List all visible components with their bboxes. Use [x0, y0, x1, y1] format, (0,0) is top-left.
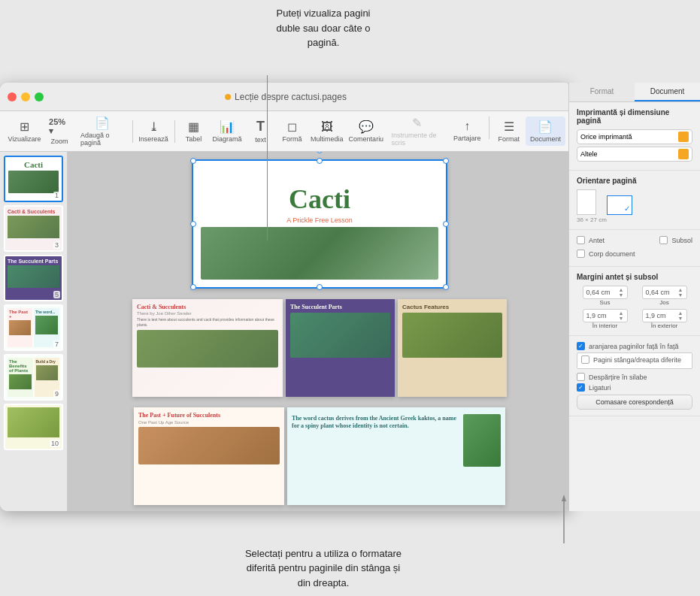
page-thumb-4[interactable]: The Past + The word... 7 [4, 304, 63, 351]
traffic-lights [8, 92, 44, 101]
rotation-handle[interactable] [317, 152, 323, 153]
annotation-line [267, 75, 268, 241]
toolbar-shape[interactable]: ◻ Formă [277, 116, 308, 146]
pf-image [138, 427, 280, 464]
ligatures-checkbox[interactable]: ✓ [577, 383, 585, 392]
right-panel: Format Document Imprimantă și dimensiune… [568, 83, 700, 511]
toolbar-zoom[interactable]: 25% ▾ Zoom [44, 114, 74, 148]
facing-pages-checkbox[interactable]: ✓ [577, 342, 585, 350]
wc-image [463, 414, 501, 467]
toolbar-share[interactable]: ↑ Partajare [449, 116, 486, 146]
handle-left[interactable] [190, 221, 196, 227]
handle-bottom[interactable] [317, 284, 323, 290]
page-cacti-succulents[interactable]: Cacti & Succulents There by Joe Other Se… [132, 299, 283, 397]
header-footer-section: Antet Subsol Corp document [569, 230, 700, 267]
shape-icon: ◻ [287, 120, 297, 134]
exterior-stepper[interactable]: ▲ ▼ [678, 310, 683, 321]
portrait-button[interactable] [577, 189, 596, 215]
handle-bottom-left[interactable] [190, 284, 196, 290]
margin-interior: 1,9 cm ▲ ▼ În interior [577, 309, 633, 329]
canvas-area[interactable]: Cacti A Prickle Free Lesson Cacti & Succ… [68, 152, 571, 511]
zoom-icon: 25% ▾ [49, 117, 70, 136]
body-checkbox[interactable] [577, 250, 585, 258]
paper-size-select[interactable]: Altele [577, 147, 692, 162]
different-pages-checkbox[interactable] [581, 355, 589, 364]
toolbar-add-page[interactable]: 📄 Adaugă o pagină [76, 113, 128, 150]
interior-stepper[interactable]: ▲ ▼ [619, 310, 624, 321]
footer-checkbox[interactable] [659, 236, 668, 244]
handle-bottom-right[interactable] [443, 284, 449, 290]
printer-section: Imprimantă și dimensiune pagină Orice im… [569, 102, 700, 171]
checkmark-icon: ✓ [624, 204, 630, 213]
landscape-option: ✓ [607, 195, 632, 215]
page-thumb-2[interactable]: Cacti & Succulents 3 [4, 205, 63, 252]
close-button[interactable] [8, 92, 17, 101]
facing-pages-row: ✓ aranjarea paginilor față în față [577, 342, 692, 350]
margin-jos-input[interactable]: 0,64 cm ▲ ▼ [642, 286, 687, 299]
toolbar-sep-1 [132, 120, 133, 143]
toolbar-vizualizare[interactable]: ⊞ Vizualizare [6, 116, 43, 146]
header-checkbox[interactable] [577, 236, 585, 244]
page-thumb-5[interactable]: The Benefits of Plants Build a Dry 9 [4, 354, 63, 401]
minimize-button[interactable] [21, 92, 30, 101]
toolbar-insert[interactable]: ⤓ Inserează [136, 116, 170, 146]
toolbar-document[interactable]: 📄 Document [526, 116, 565, 146]
jos-stepper[interactable]: ▲ ▼ [678, 287, 683, 298]
margin-sus: 0,64 cm ▲ ▼ Sus [577, 286, 633, 306]
main-content: Cacti 1 Cacti & Succulents 3 The Succule… [0, 152, 571, 511]
page-thumb-3[interactable]: The Succulent Parts 5 [4, 255, 63, 301]
page-1[interactable]: Cacti A Prickle Free Lesson [192, 159, 447, 289]
toolbar-text[interactable]: T text [246, 116, 276, 147]
add-page-icon: 📄 [95, 116, 110, 130]
merge-button[interactable]: Comasare corespondență [577, 395, 692, 410]
page-past-future[interactable]: The Past + Future of Succulents One Past… [134, 407, 284, 505]
toolbar-sep-3 [489, 116, 489, 139]
media-icon: 🖼 [321, 120, 333, 134]
margins-grid: 0,64 cm ▲ ▼ Sus 0,64 cm ▲ ▼ Jos [577, 286, 692, 329]
maximize-button[interactable] [35, 92, 44, 101]
handle-top-left[interactable] [190, 158, 196, 164]
handle-top[interactable] [317, 158, 323, 164]
handle-right[interactable] [443, 221, 449, 227]
toolbar-table[interactable]: ▦ Tabel [179, 116, 209, 146]
cs-image [137, 330, 278, 368]
format-icon: ☰ [504, 120, 514, 134]
tab-format[interactable]: Format [569, 83, 635, 101]
hyphenation-checkbox[interactable] [577, 373, 585, 381]
panel-tab-row: Format Document [569, 83, 700, 102]
toolbar-chart[interactable]: 📊 Diagramă [211, 116, 244, 146]
printer-select[interactable]: Orice imprimantă [577, 129, 692, 144]
page-thumb-6[interactable]: 10 [4, 404, 63, 450]
portrait-option [577, 189, 596, 215]
page-thumb-1[interactable]: Cacti 1 [4, 156, 63, 202]
toolbar-comment[interactable]: 💬 Comentariu [347, 116, 385, 146]
window-title: Lecție despre cactusi.pages [225, 92, 347, 102]
page-succulent-parts[interactable]: The Succulent Parts [286, 299, 395, 397]
pages-row-1: Cacti & Succulents There by Joe Other Se… [132, 299, 507, 397]
handle-top-right[interactable] [443, 158, 449, 164]
orientation-section: Orientare pagină ✓ 36 × 27 cm [569, 171, 700, 230]
page-sidebar: Cacti 1 Cacti & Succulents 3 The Succule… [0, 152, 68, 511]
vizualizare-icon: ⊞ [20, 120, 29, 134]
margin-interior-input[interactable]: 1,9 cm ▲ ▼ [583, 309, 628, 322]
toolbar-writing[interactable]: ✎ Instrumente de scris [387, 113, 447, 150]
margins-section: Margini antet și subsol 0,64 cm ▲ ▼ Sus … [569, 267, 700, 336]
page-word-cactus[interactable]: The word cactus derives from the Ancient… [287, 407, 505, 505]
toolbar-media[interactable]: 🖼 Multimedia [309, 117, 346, 146]
cacti-image [201, 227, 438, 280]
margin-sus-input[interactable]: 0,64 cm ▲ ▼ [583, 286, 628, 299]
toolbar-format[interactable]: ☰ Format [493, 116, 524, 146]
pages-row-2: The Past + Future of Succulents One Past… [134, 407, 505, 505]
tooltip-bottom: Selectați pentru a utiliza o formatare d… [150, 546, 496, 591]
landscape-button[interactable]: ✓ [607, 195, 632, 215]
printer-dropdown-icon [678, 132, 689, 142]
sp-image [290, 313, 390, 358]
header-checkbox-row: Antet [577, 236, 605, 244]
margin-exterior-input[interactable]: 1,9 cm ▲ ▼ [642, 309, 687, 322]
text-icon: T [256, 119, 265, 135]
tab-document[interactable]: Document [635, 83, 700, 101]
body-checkbox-row: Corp document [577, 250, 692, 258]
margin-exterior: 1,9 cm ▲ ▼ În exterior [636, 309, 692, 329]
page-cactus-features[interactable]: Cactus Features [398, 299, 507, 397]
sus-stepper[interactable]: ▲ ▼ [619, 287, 624, 298]
